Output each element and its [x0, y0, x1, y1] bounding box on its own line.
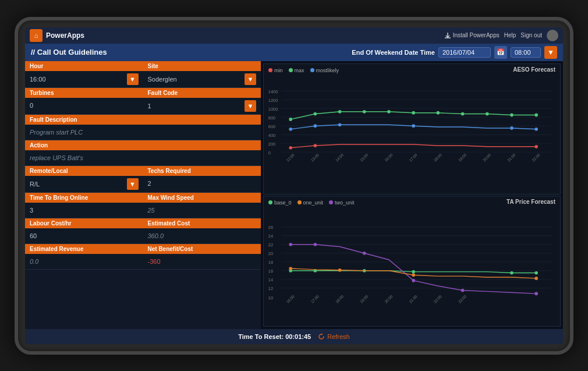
action-value: replace UPS Batt's	[30, 154, 256, 161]
max-wind-label: Max Wind Speed	[143, 193, 261, 203]
svg-point-70	[289, 242, 292, 246]
remote-local-dropdown[interactable]: ▼	[127, 178, 139, 190]
svg-point-33	[289, 146, 292, 149]
refresh-button[interactable]: Refresh	[318, 333, 350, 340]
svg-text:14: 14	[268, 277, 273, 282]
svg-text:1000: 1000	[268, 106, 278, 111]
right-panel: min max mostlikely AESO Forecast	[261, 61, 563, 329]
svg-text:17:00: 17:00	[408, 152, 418, 162]
site-dropdown[interactable]: ▼	[245, 73, 256, 85]
svg-text:0: 0	[268, 150, 271, 155]
hour-value: 16:00	[30, 76, 127, 83]
svg-point-28	[314, 124, 317, 128]
legend-mostlikely: mostlikely	[310, 68, 339, 73]
svg-text:19:00: 19:00	[359, 294, 369, 303]
remote-local-value: R/L	[30, 181, 127, 188]
estimated-cost-value: 360.0	[148, 232, 257, 239]
main-content: Hour 16:00 ▼ Site Soderglen ▼	[25, 61, 563, 329]
fault-code-field: Fault Code 1 ▼	[143, 88, 261, 114]
action-value-wrap: replace UPS Batt's	[25, 150, 261, 165]
time-dropdown-button[interactable]: ▼	[544, 46, 557, 59]
hour-label: Hour	[25, 61, 143, 71]
time-input[interactable]	[511, 47, 541, 58]
page-title: // Call Out Guidelines	[31, 48, 107, 56]
site-field: Site Soderglen ▼	[143, 61, 261, 87]
labour-cost-value-wrap: 60	[25, 228, 143, 243]
timer-label: Time To Reset: 00:01:45	[238, 333, 311, 340]
svg-text:22:00: 22:00	[433, 294, 442, 303]
svg-text:24: 24	[268, 234, 273, 239]
svg-point-79	[534, 277, 538, 280]
svg-text:18:00: 18:00	[433, 152, 442, 162]
mostlikely-label: mostlikely	[316, 68, 339, 73]
date-label: End Of Weekend Date Time	[352, 49, 435, 56]
revenue-net-row: Estimated Revenue 0.0 Net Benefit/Cost -…	[25, 244, 261, 270]
remote-local-field: Remote/Local R/L ▼	[25, 166, 143, 192]
net-benefit-field: Net Benefit/Cost -360	[143, 244, 261, 269]
svg-text:1400: 1400	[268, 89, 278, 94]
svg-point-20	[387, 109, 391, 113]
svg-point-30	[412, 124, 415, 128]
fault-desc-label: Fault Description	[25, 115, 261, 125]
legend-base: base_0	[268, 200, 292, 206]
svg-point-29	[338, 123, 342, 126]
svg-point-16	[289, 118, 292, 121]
svg-text:800: 800	[268, 115, 276, 120]
time-online-value-wrap: 3	[25, 203, 143, 218]
turbines-field: Turbines 0	[25, 88, 143, 114]
svg-point-71	[314, 242, 317, 246]
help-button[interactable]: Help	[504, 32, 516, 38]
time-wind-row: Time To Bring Online 3 Max Wind Speed 25	[25, 193, 261, 218]
svg-point-25	[510, 113, 513, 116]
svg-text:16:00: 16:00	[384, 152, 394, 162]
hour-site-row: Hour 16:00 ▼ Site Soderglen ▼	[25, 61, 261, 88]
max-wind-value: 25	[148, 207, 257, 214]
home-icon[interactable]: ⌂	[30, 29, 42, 42]
one-unit-label: one_unit	[303, 200, 324, 206]
svg-text:22: 22	[268, 242, 273, 248]
svg-point-21	[412, 111, 415, 114]
svg-point-76	[289, 267, 292, 270]
calendar-button[interactable]: 📅	[494, 46, 507, 59]
svg-point-23	[461, 112, 465, 115]
two-unit-dot	[329, 200, 333, 204]
svg-point-34	[314, 144, 317, 147]
date-section: End Of Weekend Date Time 📅 ▼	[352, 46, 557, 59]
labour-cost-value: 60	[30, 232, 139, 239]
time-online-label: Time To Bring Online	[25, 193, 143, 203]
hour-value-wrap: 16:00 ▼	[25, 71, 143, 87]
legend-min: min	[268, 68, 283, 73]
svg-point-74	[461, 288, 465, 292]
hour-field: Hour 16:00 ▼	[25, 61, 143, 87]
time-online-value: 3	[30, 207, 139, 214]
svg-point-77	[338, 268, 342, 272]
site-value-wrap: Soderglen ▼	[143, 71, 261, 87]
fault-code-value: 1	[148, 103, 245, 109]
action-label: Action	[25, 140, 261, 150]
svg-point-31	[510, 126, 513, 130]
svg-point-35	[534, 145, 538, 149]
title-bar: // Call Out Guidelines End Of Weekend Da…	[25, 44, 563, 61]
remote-local-value-wrap: R/L ▼	[25, 176, 143, 192]
net-benefit-value: -360	[148, 258, 257, 265]
svg-text:12: 12	[268, 286, 273, 291]
action-row: Action replace UPS Batt's	[25, 140, 261, 166]
fault-code-dropdown[interactable]: ▼	[245, 100, 256, 112]
svg-point-73	[412, 278, 415, 282]
base-label: base_0	[274, 200, 292, 206]
fault-desc-value: Program start PLC	[30, 129, 256, 136]
signout-button[interactable]: Sign out	[520, 32, 542, 38]
top-bar: ⌂ PowerApps Install PowerApps Help Sign …	[25, 27, 563, 44]
device-frame: ⌂ PowerApps Install PowerApps Help Sign …	[15, 17, 573, 355]
date-input[interactable]	[438, 47, 491, 58]
max-label: max	[295, 68, 304, 73]
install-button[interactable]: Install PowerApps	[444, 32, 500, 39]
max-wind-field: Max Wind Speed 25	[143, 193, 261, 218]
svg-point-69	[534, 271, 538, 274]
svg-text:18:00: 18:00	[335, 294, 345, 303]
status-bar: Time To Reset: 00:01:45 Refresh	[25, 329, 563, 344]
action-field: Action replace UPS Batt's	[25, 140, 261, 165]
svg-text:21:00: 21:00	[408, 294, 418, 303]
hour-dropdown[interactable]: ▼	[127, 73, 139, 85]
svg-text:1200: 1200	[268, 97, 278, 103]
